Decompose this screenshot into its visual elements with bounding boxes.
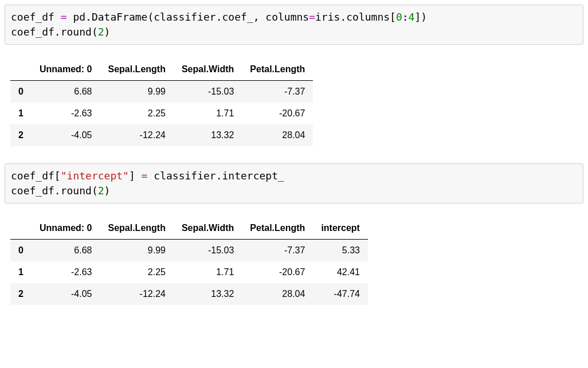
code-text: coef_df [11,11,61,23]
column-header: Sepal.Width [174,58,242,81]
code-colon: : [402,11,409,23]
cell: 9.99 [100,81,173,103]
index-header [10,217,32,240]
cell: 28.04 [242,124,313,146]
column-header: Unnamed: 0 [32,217,100,240]
cell: -4.05 [32,283,100,305]
code-text: ] [129,170,142,182]
code-text: ) [104,185,111,197]
cell: -15.03 [174,240,242,262]
dataframe-output-2: Unnamed: 0 Sepal.Length Sepal.Width Peta… [10,217,368,305]
code-cell-2[interactable]: coef_df["intercept"] = classifier.interc… [5,163,583,203]
column-header: Sepal.Length [100,217,173,240]
table-row: 1 -2.63 2.25 1.71 -20.67 42.41 [10,261,368,283]
cell: 6.68 [32,81,100,103]
code-operator: = [142,170,148,182]
cell: -47.74 [313,283,368,305]
index-header [10,58,32,81]
code-operator: = [61,11,67,23]
cell: 13.32 [174,283,242,305]
code-string: "intercept" [61,170,129,182]
cell: -7.37 [242,240,313,262]
cell: 6.68 [32,240,100,262]
cell: 2.25 [100,261,173,283]
cell: 42.41 [313,261,368,283]
row-index: 2 [10,283,32,305]
column-header: Sepal.Width [174,217,242,240]
table-header-row: Unnamed: 0 Sepal.Length Sepal.Width Peta… [10,217,368,240]
cell: 9.99 [100,240,173,262]
row-index: 1 [10,261,32,283]
code-text: coef_df[ [11,170,61,182]
code-text: pd.DataFrame(classifier.coef_, columns [67,11,309,23]
code-text: iris.columns[ [315,11,396,23]
cell: -12.24 [100,283,173,305]
row-index: 1 [10,103,32,124]
column-header: intercept [313,217,368,240]
cell: 2.25 [100,103,173,124]
cell: 1.71 [174,103,242,124]
cell: 13.32 [174,124,242,146]
table-row: 2 -4.05 -12.24 13.32 28.04 [10,124,313,146]
cell: 5.33 [313,240,368,262]
table-header-row: Unnamed: 0 Sepal.Length Sepal.Width Peta… [10,58,313,81]
code-text: ) [104,26,111,38]
column-header: Unnamed: 0 [32,58,100,81]
column-header: Petal.Length [242,217,313,240]
code-operator: = [309,11,315,23]
table-row: 0 6.68 9.99 -15.03 -7.37 [10,81,313,103]
cell: 28.04 [242,283,313,305]
column-header: Petal.Length [242,58,313,81]
cell: -15.03 [174,81,242,103]
row-index: 0 [10,240,32,262]
cell: -4.05 [32,124,100,146]
cell: -20.67 [242,261,313,283]
cell: -12.24 [100,124,173,146]
row-index: 0 [10,81,32,103]
table-row: 1 -2.63 2.25 1.71 -20.67 [10,103,313,124]
row-index: 2 [10,124,32,146]
cell: -2.63 [32,103,100,124]
cell: -7.37 [242,81,313,103]
code-number: 2 [98,26,104,38]
column-header: Sepal.Length [100,58,173,81]
cell: 1.71 [174,261,242,283]
code-number: 2 [98,185,104,197]
dataframe-output-1: Unnamed: 0 Sepal.Length Sepal.Width Peta… [10,58,313,146]
code-number: 0 [396,11,402,23]
code-cell-1[interactable]: coef_df = pd.DataFrame(classifier.coef_,… [5,5,583,45]
table-row: 2 -4.05 -12.24 13.32 28.04 -47.74 [10,283,368,305]
table-row: 0 6.68 9.99 -15.03 -7.37 5.33 [10,240,368,262]
cell: -2.63 [32,261,100,283]
cell: -20.67 [242,103,313,124]
code-number: 4 [409,11,415,23]
